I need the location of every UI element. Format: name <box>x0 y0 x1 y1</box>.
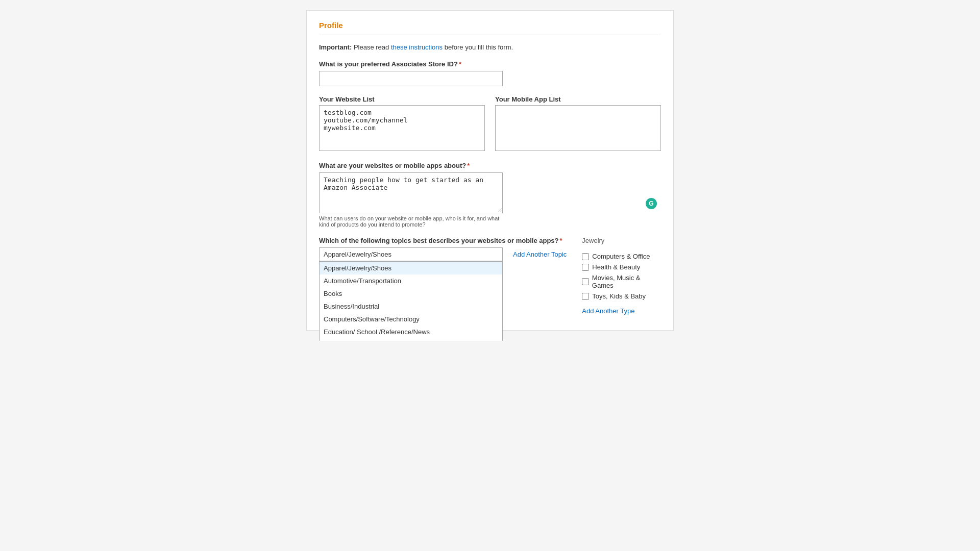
about-hint: What can users do on your website or mob… <box>319 215 503 228</box>
important-notice: Important: Please read these instruction… <box>319 43 661 51</box>
list-item[interactable]: Finance/Politics/Government <box>320 338 502 341</box>
checkbox-movies-music-games[interactable] <box>582 278 589 285</box>
checkbox-toys-kids-baby[interactable] <box>582 293 589 300</box>
important-label: Important: <box>319 43 352 51</box>
product-type-section: Computers & Office Health & Beauty Movie… <box>582 253 661 315</box>
topics-label: Which of the following topics best descr… <box>319 237 567 244</box>
checkbox-label-movies-music-games: Movies, Music & Games <box>592 274 661 289</box>
checkbox-row-toys: Toys, Kids & Baby <box>582 292 661 300</box>
add-another-topic-link[interactable]: Add Another Topic <box>513 251 567 258</box>
about-label: What are your websites or mobile apps ab… <box>319 162 661 169</box>
store-id-label: What is your preferred Associates Store … <box>319 60 661 68</box>
page-title: Profile <box>319 21 661 35</box>
add-another-type-link[interactable]: Add Another Type <box>582 307 634 315</box>
website-list-label: Your Website List <box>319 95 485 103</box>
jewelry-hint: Jewelry <box>582 237 661 244</box>
list-item[interactable]: Business/Industrial <box>320 300 502 313</box>
list-item[interactable]: Apparel/Jewelry/Shoes <box>320 262 502 274</box>
list-item[interactable]: Education/ School /Reference/News <box>320 325 502 338</box>
checkbox-row-computers: Computers & Office <box>582 253 661 260</box>
grammarly-icon: G <box>646 198 657 209</box>
topics-dropdown[interactable]: Apparel/Jewelry/Shoes Apparel/Jewelry/Sh… <box>319 247 503 261</box>
checkbox-computers-office[interactable] <box>582 253 589 260</box>
list-item[interactable]: Automotive/Transportation <box>320 274 502 287</box>
topics-required-star: * <box>560 237 562 244</box>
list-item[interactable]: Books <box>320 287 502 300</box>
checkbox-label-health-beauty: Health & Beauty <box>592 263 640 271</box>
checkbox-row-health: Health & Beauty <box>582 263 661 271</box>
store-id-required-star: * <box>459 60 461 68</box>
mobile-app-list-textarea[interactable] <box>495 105 661 151</box>
website-list-textarea[interactable]: testblog.com youtube.com/mychannel myweb… <box>319 105 485 151</box>
dropdown-selected[interactable]: Apparel/Jewelry/Shoes <box>319 247 503 261</box>
checkbox-label-toys-kids-baby: Toys, Kids & Baby <box>592 292 646 300</box>
store-id-input[interactable] <box>319 71 503 86</box>
important-suffix: before you fill this form. <box>445 43 513 51</box>
important-text: Please read <box>354 43 391 51</box>
about-required-star: * <box>467 162 470 169</box>
checkbox-label-computers-office: Computers & Office <box>592 253 650 260</box>
dropdown-list: Apparel/Jewelry/Shoes Automotive/Transpo… <box>319 261 503 341</box>
mobile-app-list-label: Your Mobile App List <box>495 95 661 103</box>
list-item[interactable]: Computers/Software/Technology <box>320 313 502 325</box>
about-textarea[interactable]: Teaching people how to get started as an… <box>319 172 503 213</box>
checkbox-health-beauty[interactable] <box>582 264 589 271</box>
checkbox-row-movies: Movies, Music & Games <box>582 274 661 289</box>
instructions-link[interactable]: these instructions <box>391 43 443 51</box>
dropdown-selected-text: Apparel/Jewelry/Shoes <box>324 251 391 258</box>
